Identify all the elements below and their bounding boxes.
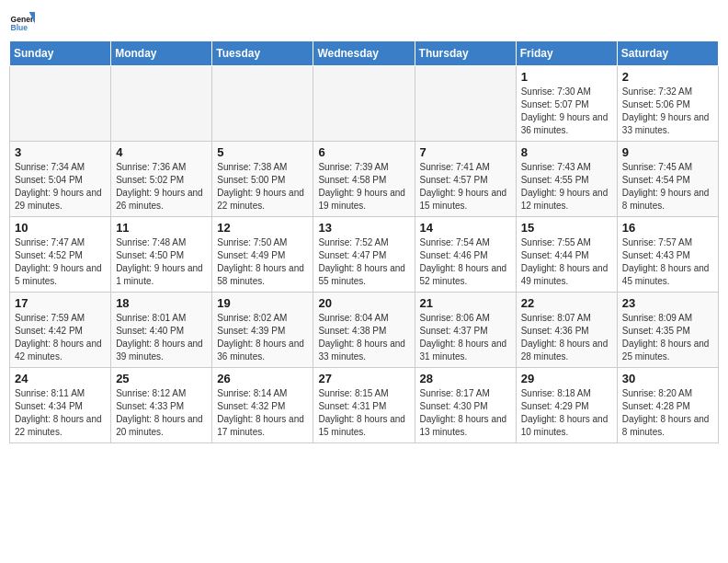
day-header-thursday: Thursday — [415, 41, 516, 66]
day-number: 8 — [521, 145, 612, 159]
day-header-monday: Monday — [111, 41, 212, 66]
logo-icon: General Blue — [9, 9, 35, 35]
day-info: Sunrise: 8:01 AM Sunset: 4:40 PM Dayligh… — [116, 312, 207, 363]
calendar-cell: 24Sunrise: 8:11 AM Sunset: 4:34 PM Dayli… — [10, 368, 111, 443]
calendar-cell: 4Sunrise: 7:36 AM Sunset: 5:02 PM Daylig… — [111, 142, 212, 217]
day-info: Sunrise: 8:06 AM Sunset: 4:37 PM Dayligh… — [420, 312, 511, 363]
day-info: Sunrise: 7:45 AM Sunset: 4:54 PM Dayligh… — [622, 161, 713, 213]
day-number: 28 — [420, 372, 511, 385]
calendar-cell — [212, 66, 313, 142]
calendar-cell: 5Sunrise: 7:38 AM Sunset: 5:00 PM Daylig… — [212, 142, 313, 217]
day-number: 25 — [116, 372, 207, 385]
day-info: Sunrise: 8:18 AM Sunset: 4:29 PM Dayligh… — [521, 387, 612, 439]
day-info: Sunrise: 7:32 AM Sunset: 5:06 PM Dayligh… — [622, 86, 713, 137]
day-info: Sunrise: 8:12 AM Sunset: 4:33 PM Dayligh… — [116, 387, 207, 439]
day-number: 27 — [318, 372, 409, 385]
calendar-cell: 12Sunrise: 7:50 AM Sunset: 4:49 PM Dayli… — [212, 217, 313, 293]
day-number: 5 — [217, 145, 308, 159]
calendar-cell: 30Sunrise: 8:20 AM Sunset: 4:28 PM Dayli… — [617, 368, 718, 443]
calendar-cell: 3Sunrise: 7:34 AM Sunset: 5:04 PM Daylig… — [10, 142, 111, 217]
logo: General Blue — [9, 9, 35, 35]
day-info: Sunrise: 7:57 AM Sunset: 4:43 PM Dayligh… — [622, 236, 713, 288]
day-number: 6 — [318, 145, 409, 159]
calendar-cell: 6Sunrise: 7:39 AM Sunset: 4:58 PM Daylig… — [313, 142, 415, 217]
day-info: Sunrise: 8:15 AM Sunset: 4:31 PM Dayligh… — [318, 387, 409, 439]
day-number: 22 — [521, 296, 612, 310]
day-info: Sunrise: 7:36 AM Sunset: 5:02 PM Dayligh… — [116, 161, 207, 213]
calendar-cell — [313, 66, 415, 142]
day-number: 20 — [318, 296, 409, 310]
day-number: 19 — [217, 296, 308, 310]
calendar-week-3: 10Sunrise: 7:47 AM Sunset: 4:52 PM Dayli… — [10, 217, 719, 293]
day-number: 17 — [15, 296, 106, 310]
calendar-cell: 1Sunrise: 7:30 AM Sunset: 5:07 PM Daylig… — [516, 66, 617, 142]
day-number: 1 — [521, 70, 612, 84]
calendar-cell: 28Sunrise: 8:17 AM Sunset: 4:30 PM Dayli… — [415, 368, 516, 443]
calendar-week-1: 1Sunrise: 7:30 AM Sunset: 5:07 PM Daylig… — [10, 66, 719, 142]
day-number: 29 — [521, 372, 612, 385]
calendar-cell: 17Sunrise: 7:59 AM Sunset: 4:42 PM Dayli… — [10, 293, 111, 368]
day-info: Sunrise: 7:30 AM Sunset: 5:07 PM Dayligh… — [521, 86, 612, 137]
calendar-week-4: 17Sunrise: 7:59 AM Sunset: 4:42 PM Dayli… — [10, 293, 719, 368]
day-number: 16 — [622, 221, 713, 235]
day-number: 9 — [622, 145, 713, 159]
calendar-cell: 21Sunrise: 8:06 AM Sunset: 4:37 PM Dayli… — [415, 293, 516, 368]
day-header-saturday: Saturday — [617, 41, 718, 66]
day-info: Sunrise: 7:38 AM Sunset: 5:00 PM Dayligh… — [217, 161, 308, 213]
calendar-cell: 10Sunrise: 7:47 AM Sunset: 4:52 PM Dayli… — [10, 217, 111, 293]
calendar-cell: 29Sunrise: 8:18 AM Sunset: 4:29 PM Dayli… — [516, 368, 617, 443]
day-info: Sunrise: 7:34 AM Sunset: 5:04 PM Dayligh… — [15, 161, 106, 213]
header: General Blue — [9, 9, 719, 35]
day-info: Sunrise: 7:50 AM Sunset: 4:49 PM Dayligh… — [217, 236, 308, 288]
calendar-cell: 9Sunrise: 7:45 AM Sunset: 4:54 PM Daylig… — [617, 142, 718, 217]
calendar-body: 1Sunrise: 7:30 AM Sunset: 5:07 PM Daylig… — [10, 66, 719, 443]
day-info: Sunrise: 8:11 AM Sunset: 4:34 PM Dayligh… — [15, 387, 106, 439]
calendar-cell: 8Sunrise: 7:43 AM Sunset: 4:55 PM Daylig… — [516, 142, 617, 217]
calendar-cell: 22Sunrise: 8:07 AM Sunset: 4:36 PM Dayli… — [516, 293, 617, 368]
calendar-cell: 20Sunrise: 8:04 AM Sunset: 4:38 PM Dayli… — [313, 293, 415, 368]
svg-text:Blue: Blue — [11, 23, 28, 32]
day-info: Sunrise: 8:17 AM Sunset: 4:30 PM Dayligh… — [420, 387, 511, 439]
day-number: 11 — [116, 221, 207, 235]
calendar-cell: 25Sunrise: 8:12 AM Sunset: 4:33 PM Dayli… — [111, 368, 212, 443]
calendar-cell — [111, 66, 212, 142]
day-number: 23 — [622, 296, 713, 310]
calendar-cell: 15Sunrise: 7:55 AM Sunset: 4:44 PM Dayli… — [516, 217, 617, 293]
day-info: Sunrise: 7:47 AM Sunset: 4:52 PM Dayligh… — [15, 236, 106, 288]
calendar-cell: 7Sunrise: 7:41 AM Sunset: 4:57 PM Daylig… — [415, 142, 516, 217]
calendar-cell: 19Sunrise: 8:02 AM Sunset: 4:39 PM Dayli… — [212, 293, 313, 368]
day-info: Sunrise: 8:04 AM Sunset: 4:38 PM Dayligh… — [318, 312, 409, 363]
day-number: 4 — [116, 145, 207, 159]
day-number: 13 — [318, 221, 409, 235]
calendar-header-row: SundayMondayTuesdayWednesdayThursdayFrid… — [10, 41, 719, 66]
day-number: 10 — [15, 221, 106, 235]
day-info: Sunrise: 8:02 AM Sunset: 4:39 PM Dayligh… — [217, 312, 308, 363]
day-number: 18 — [116, 296, 207, 310]
calendar-cell: 26Sunrise: 8:14 AM Sunset: 4:32 PM Dayli… — [212, 368, 313, 443]
day-info: Sunrise: 7:39 AM Sunset: 4:58 PM Dayligh… — [318, 161, 409, 213]
day-info: Sunrise: 8:14 AM Sunset: 4:32 PM Dayligh… — [217, 387, 308, 439]
calendar-cell: 11Sunrise: 7:48 AM Sunset: 4:50 PM Dayli… — [111, 217, 212, 293]
calendar-week-2: 3Sunrise: 7:34 AM Sunset: 5:04 PM Daylig… — [10, 142, 719, 217]
day-number: 26 — [217, 372, 308, 385]
calendar-cell: 2Sunrise: 7:32 AM Sunset: 5:06 PM Daylig… — [617, 66, 718, 142]
day-info: Sunrise: 7:52 AM Sunset: 4:47 PM Dayligh… — [318, 236, 409, 288]
calendar-cell: 16Sunrise: 7:57 AM Sunset: 4:43 PM Dayli… — [617, 217, 718, 293]
day-info: Sunrise: 7:48 AM Sunset: 4:50 PM Dayligh… — [116, 236, 207, 288]
calendar-cell: 23Sunrise: 8:09 AM Sunset: 4:35 PM Dayli… — [617, 293, 718, 368]
day-info: Sunrise: 7:55 AM Sunset: 4:44 PM Dayligh… — [521, 236, 612, 288]
day-number: 15 — [521, 221, 612, 235]
day-number: 21 — [420, 296, 511, 310]
calendar-cell: 13Sunrise: 7:52 AM Sunset: 4:47 PM Dayli… — [313, 217, 415, 293]
day-header-sunday: Sunday — [10, 41, 111, 66]
day-info: Sunrise: 8:09 AM Sunset: 4:35 PM Dayligh… — [622, 312, 713, 363]
day-info: Sunrise: 8:20 AM Sunset: 4:28 PM Dayligh… — [622, 387, 713, 439]
day-header-friday: Friday — [516, 41, 617, 66]
calendar-cell: 18Sunrise: 8:01 AM Sunset: 4:40 PM Dayli… — [111, 293, 212, 368]
day-header-tuesday: Tuesday — [212, 41, 313, 66]
day-info: Sunrise: 7:41 AM Sunset: 4:57 PM Dayligh… — [420, 161, 511, 213]
day-number: 14 — [420, 221, 511, 235]
day-header-wednesday: Wednesday — [313, 41, 415, 66]
calendar-cell: 27Sunrise: 8:15 AM Sunset: 4:31 PM Dayli… — [313, 368, 415, 443]
day-info: Sunrise: 8:07 AM Sunset: 4:36 PM Dayligh… — [521, 312, 612, 363]
